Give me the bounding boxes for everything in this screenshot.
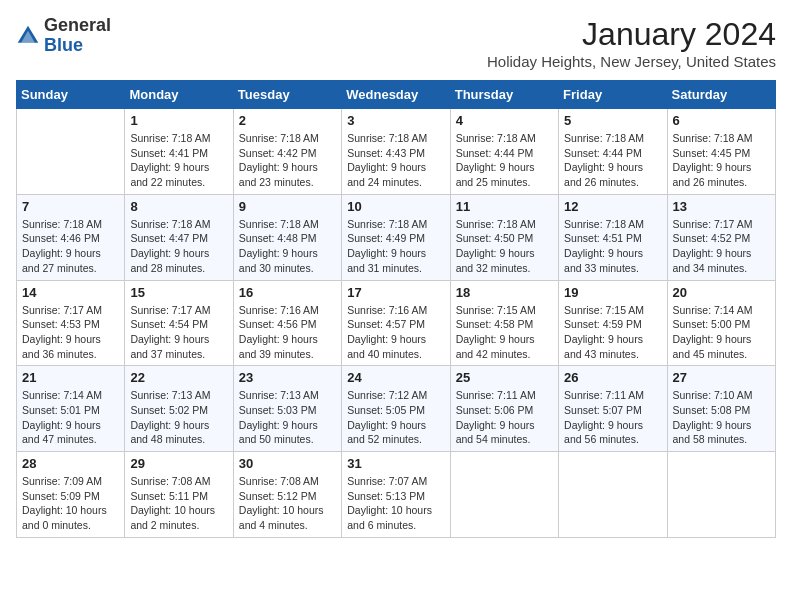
calendar-cell: 2Sunrise: 7:18 AM Sunset: 4:42 PM Daylig… [233,109,341,195]
day-info: Sunrise: 7:14 AM Sunset: 5:00 PM Dayligh… [673,303,770,362]
day-number: 14 [22,285,119,300]
header: General Blue January 2024 Holiday Height… [16,16,776,70]
day-info: Sunrise: 7:11 AM Sunset: 5:07 PM Dayligh… [564,388,661,447]
day-info: Sunrise: 7:08 AM Sunset: 5:12 PM Dayligh… [239,474,336,533]
location-title: Holiday Heights, New Jersey, United Stat… [487,53,776,70]
day-number: 23 [239,370,336,385]
logo: General Blue [16,16,111,56]
calendar-week-1: 1Sunrise: 7:18 AM Sunset: 4:41 PM Daylig… [17,109,776,195]
calendar-cell: 18Sunrise: 7:15 AM Sunset: 4:58 PM Dayli… [450,280,558,366]
day-number: 28 [22,456,119,471]
weekday-header-friday: Friday [559,81,667,109]
day-info: Sunrise: 7:16 AM Sunset: 4:57 PM Dayligh… [347,303,444,362]
day-info: Sunrise: 7:18 AM Sunset: 4:42 PM Dayligh… [239,131,336,190]
day-info: Sunrise: 7:18 AM Sunset: 4:44 PM Dayligh… [456,131,553,190]
day-number: 2 [239,113,336,128]
calendar-cell: 27Sunrise: 7:10 AM Sunset: 5:08 PM Dayli… [667,366,775,452]
day-number: 7 [22,199,119,214]
calendar-cell: 16Sunrise: 7:16 AM Sunset: 4:56 PM Dayli… [233,280,341,366]
day-number: 26 [564,370,661,385]
calendar-cell [450,452,558,538]
logo-general: General [44,15,111,35]
day-info: Sunrise: 7:18 AM Sunset: 4:51 PM Dayligh… [564,217,661,276]
calendar-week-5: 28Sunrise: 7:09 AM Sunset: 5:09 PM Dayli… [17,452,776,538]
calendar-week-3: 14Sunrise: 7:17 AM Sunset: 4:53 PM Dayli… [17,280,776,366]
day-info: Sunrise: 7:18 AM Sunset: 4:46 PM Dayligh… [22,217,119,276]
calendar-cell [559,452,667,538]
weekday-header-saturday: Saturday [667,81,775,109]
day-info: Sunrise: 7:12 AM Sunset: 5:05 PM Dayligh… [347,388,444,447]
day-info: Sunrise: 7:14 AM Sunset: 5:01 PM Dayligh… [22,388,119,447]
calendar-cell [17,109,125,195]
calendar-table: SundayMondayTuesdayWednesdayThursdayFrid… [16,80,776,538]
day-number: 8 [130,199,227,214]
day-number: 1 [130,113,227,128]
day-info: Sunrise: 7:18 AM Sunset: 4:50 PM Dayligh… [456,217,553,276]
calendar-cell: 19Sunrise: 7:15 AM Sunset: 4:59 PM Dayli… [559,280,667,366]
day-number: 9 [239,199,336,214]
day-number: 22 [130,370,227,385]
day-number: 24 [347,370,444,385]
calendar-cell: 6Sunrise: 7:18 AM Sunset: 4:45 PM Daylig… [667,109,775,195]
day-number: 17 [347,285,444,300]
weekday-header-row: SundayMondayTuesdayWednesdayThursdayFrid… [17,81,776,109]
calendar-cell: 4Sunrise: 7:18 AM Sunset: 4:44 PM Daylig… [450,109,558,195]
calendar-cell: 22Sunrise: 7:13 AM Sunset: 5:02 PM Dayli… [125,366,233,452]
logo-blue: Blue [44,35,83,55]
calendar-body: 1Sunrise: 7:18 AM Sunset: 4:41 PM Daylig… [17,109,776,538]
day-info: Sunrise: 7:18 AM Sunset: 4:43 PM Dayligh… [347,131,444,190]
logo-text: General Blue [44,16,111,56]
day-number: 18 [456,285,553,300]
day-number: 21 [22,370,119,385]
day-info: Sunrise: 7:18 AM Sunset: 4:41 PM Dayligh… [130,131,227,190]
day-info: Sunrise: 7:18 AM Sunset: 4:48 PM Dayligh… [239,217,336,276]
calendar-week-2: 7Sunrise: 7:18 AM Sunset: 4:46 PM Daylig… [17,194,776,280]
day-info: Sunrise: 7:15 AM Sunset: 4:58 PM Dayligh… [456,303,553,362]
day-info: Sunrise: 7:13 AM Sunset: 5:03 PM Dayligh… [239,388,336,447]
day-number: 12 [564,199,661,214]
calendar-cell: 15Sunrise: 7:17 AM Sunset: 4:54 PM Dayli… [125,280,233,366]
calendar-cell: 29Sunrise: 7:08 AM Sunset: 5:11 PM Dayli… [125,452,233,538]
calendar-cell: 1Sunrise: 7:18 AM Sunset: 4:41 PM Daylig… [125,109,233,195]
calendar-cell: 13Sunrise: 7:17 AM Sunset: 4:52 PM Dayli… [667,194,775,280]
day-number: 10 [347,199,444,214]
day-info: Sunrise: 7:13 AM Sunset: 5:02 PM Dayligh… [130,388,227,447]
calendar-cell: 9Sunrise: 7:18 AM Sunset: 4:48 PM Daylig… [233,194,341,280]
calendar-cell: 30Sunrise: 7:08 AM Sunset: 5:12 PM Dayli… [233,452,341,538]
calendar-cell: 3Sunrise: 7:18 AM Sunset: 4:43 PM Daylig… [342,109,450,195]
calendar-cell: 7Sunrise: 7:18 AM Sunset: 4:46 PM Daylig… [17,194,125,280]
calendar-cell: 14Sunrise: 7:17 AM Sunset: 4:53 PM Dayli… [17,280,125,366]
calendar-cell: 23Sunrise: 7:13 AM Sunset: 5:03 PM Dayli… [233,366,341,452]
month-title: January 2024 [487,16,776,53]
day-info: Sunrise: 7:15 AM Sunset: 4:59 PM Dayligh… [564,303,661,362]
day-number: 31 [347,456,444,471]
day-info: Sunrise: 7:07 AM Sunset: 5:13 PM Dayligh… [347,474,444,533]
day-info: Sunrise: 7:18 AM Sunset: 4:49 PM Dayligh… [347,217,444,276]
day-number: 30 [239,456,336,471]
day-number: 11 [456,199,553,214]
day-info: Sunrise: 7:11 AM Sunset: 5:06 PM Dayligh… [456,388,553,447]
calendar-cell: 25Sunrise: 7:11 AM Sunset: 5:06 PM Dayli… [450,366,558,452]
day-info: Sunrise: 7:10 AM Sunset: 5:08 PM Dayligh… [673,388,770,447]
day-number: 27 [673,370,770,385]
calendar-cell: 24Sunrise: 7:12 AM Sunset: 5:05 PM Dayli… [342,366,450,452]
weekday-header-tuesday: Tuesday [233,81,341,109]
calendar-cell: 28Sunrise: 7:09 AM Sunset: 5:09 PM Dayli… [17,452,125,538]
weekday-header-thursday: Thursday [450,81,558,109]
day-number: 3 [347,113,444,128]
calendar-cell: 5Sunrise: 7:18 AM Sunset: 4:44 PM Daylig… [559,109,667,195]
calendar-cell: 11Sunrise: 7:18 AM Sunset: 4:50 PM Dayli… [450,194,558,280]
calendar-cell: 20Sunrise: 7:14 AM Sunset: 5:00 PM Dayli… [667,280,775,366]
day-number: 29 [130,456,227,471]
calendar-cell: 17Sunrise: 7:16 AM Sunset: 4:57 PM Dayli… [342,280,450,366]
calendar-cell: 12Sunrise: 7:18 AM Sunset: 4:51 PM Dayli… [559,194,667,280]
calendar-cell [667,452,775,538]
title-area: January 2024 Holiday Heights, New Jersey… [487,16,776,70]
day-info: Sunrise: 7:08 AM Sunset: 5:11 PM Dayligh… [130,474,227,533]
day-number: 4 [456,113,553,128]
day-info: Sunrise: 7:18 AM Sunset: 4:47 PM Dayligh… [130,217,227,276]
day-number: 15 [130,285,227,300]
day-info: Sunrise: 7:16 AM Sunset: 4:56 PM Dayligh… [239,303,336,362]
day-info: Sunrise: 7:17 AM Sunset: 4:53 PM Dayligh… [22,303,119,362]
day-number: 13 [673,199,770,214]
